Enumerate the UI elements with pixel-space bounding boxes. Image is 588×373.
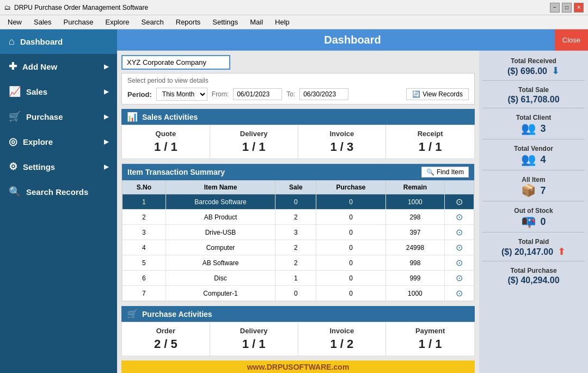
cell-arrow: ⊙: [445, 255, 474, 271]
purchase-delivery-label: Delivery: [212, 327, 296, 335]
menu-purchase[interactable]: Purchase: [58, 17, 99, 27]
left-panel: Select period to view details Period: Th…: [117, 51, 479, 373]
menu-explore[interactable]: Explore: [100, 17, 134, 27]
total-sale-label: Total Sale: [485, 86, 583, 94]
search-records-icon: 🔍: [9, 186, 21, 198]
stat-total-vendor: Total Vendor 👥 4: [482, 142, 585, 170]
total-client-row: 👥 3: [485, 121, 583, 136]
cell-remain: 1000: [385, 286, 444, 301]
cell-sale: 2: [275, 240, 316, 255]
cell-purchase: 0: [316, 286, 386, 301]
settings-icon: ⚙: [9, 161, 17, 173]
item-transaction-header: Item Transaction Summary 🔍 Find Item: [122, 164, 474, 180]
menubar: New Sales Purchase Explore Search Report…: [0, 15, 588, 29]
open-box-icon: 📭: [521, 215, 536, 229]
from-date-input[interactable]: [233, 88, 282, 100]
sidebar-label-add-new: Add New: [22, 62, 57, 71]
table-row[interactable]: 2 AB Product 2 0 298 ⊙: [122, 210, 474, 225]
cell-name: AB Software: [166, 255, 275, 271]
menu-reports[interactable]: Reports: [170, 17, 206, 27]
table-row[interactable]: 3 Drive-USB 3 0 397 ⊙: [122, 225, 474, 240]
item-transaction-section: Item Transaction Summary 🔍 Find Item S.N…: [121, 163, 475, 302]
search-icon: 🔍: [426, 168, 434, 176]
cell-sale: 2: [275, 255, 316, 271]
maximize-button[interactable]: □: [562, 3, 572, 13]
window-close-button[interactable]: ✕: [574, 3, 584, 13]
cell-arrow: ⊙: [445, 225, 474, 240]
menu-mail[interactable]: Mail: [244, 17, 268, 27]
cell-arrow: ⊙: [445, 210, 474, 225]
sidebar-label-sales: Sales: [26, 87, 47, 96]
find-item-label: Find Item: [437, 168, 464, 176]
menu-new[interactable]: New: [2, 17, 27, 27]
purchase-activities-title: Purchase Activities: [142, 310, 212, 319]
stat-all-item: All Item 📦 7: [482, 173, 585, 201]
menu-help[interactable]: Help: [270, 17, 295, 27]
minimize-button[interactable]: −: [550, 3, 560, 13]
titlebar-left: 🗂 DRPU Purchase Order Management Softwar…: [4, 4, 148, 11]
view-records-button[interactable]: 🔄 View Records: [406, 88, 469, 100]
client-group-icon: 👥: [521, 121, 536, 136]
menu-search[interactable]: Search: [136, 17, 169, 27]
company-input[interactable]: [121, 55, 230, 70]
cell-purchase: 0: [316, 255, 386, 271]
cell-sno: 4: [122, 240, 166, 255]
sidebar-item-add-new[interactable]: ✚ Add New ▶: [0, 54, 117, 79]
cell-arrow: ⊙: [445, 194, 474, 210]
cell-arrow: ⊙: [445, 271, 474, 286]
purchase-delivery-cell: Delivery 1 / 1: [210, 322, 298, 356]
sales-arrow: ▶: [104, 88, 108, 95]
period-select[interactable]: This Month Last Month This Year: [156, 88, 207, 101]
period-label: Period:: [127, 90, 152, 99]
sidebar-item-purchase[interactable]: 🛒 Purchase ▶: [0, 104, 117, 129]
cart-icon: 🛒: [127, 309, 138, 319]
menu-settings[interactable]: Settings: [207, 17, 243, 27]
purchase-arrow: ▶: [104, 113, 108, 120]
all-item-label: All Item: [485, 176, 583, 184]
cell-sno: 7: [122, 286, 166, 301]
purchase-invoice-cell: Invoice 1 / 2: [298, 322, 387, 356]
purchase-activities-grid: Order 2 / 5 Delivery 1 / 1 Invoice 1 / 2: [121, 322, 475, 356]
sidebar-item-settings[interactable]: ⚙ Settings ▶: [0, 154, 117, 179]
cell-name: Computer-1: [166, 286, 275, 301]
sales-quote-cell: Quote 1 / 1: [122, 125, 210, 158]
sidebar-item-dashboard[interactable]: ⌂ Dashboard: [0, 29, 117, 54]
purchase-payment-label: Payment: [388, 327, 472, 335]
dashboard-body: Select period to view details Period: Th…: [117, 51, 588, 373]
from-label: From:: [212, 90, 229, 98]
sidebar-item-sales[interactable]: 📈 Sales ▶: [0, 79, 117, 104]
sales-activities-title: Sales Activities: [142, 113, 198, 121]
period-controls: Period: This Month Last Month This Year …: [127, 88, 469, 101]
table-row[interactable]: 6 Disc 1 0 999 ⊙: [122, 271, 474, 286]
total-received-label: Total Received: [485, 57, 583, 65]
table-row[interactable]: 5 AB Software 2 0 998 ⊙: [122, 255, 474, 271]
view-records-label: View Records: [422, 90, 463, 98]
cell-remain: 298: [385, 210, 444, 225]
dashboard-icon: ⌂: [9, 36, 15, 47]
purchase-icon: 🛒: [9, 111, 21, 123]
add-new-arrow: ▶: [104, 63, 108, 70]
table-row[interactable]: 4 Computer 2 0 24998 ⊙: [122, 240, 474, 255]
cell-sale: 2: [275, 210, 316, 225]
menu-sales[interactable]: Sales: [28, 17, 57, 27]
cell-purchase: 0: [316, 240, 386, 255]
titlebar: 🗂 DRPU Purchase Order Management Softwar…: [0, 0, 588, 15]
sales-invoice-value: 1 / 3: [301, 140, 384, 154]
find-item-button[interactable]: 🔍 Find Item: [421, 167, 469, 178]
item-transaction-title: Item Transaction Summary: [127, 168, 225, 176]
out-of-stock-value: 0: [540, 216, 546, 228]
sidebar-item-explore[interactable]: ◎ Explore ▶: [0, 129, 117, 154]
sales-receipt-label: Receipt: [388, 130, 472, 138]
total-received-row: ($) 696.00 ⬇: [485, 65, 583, 77]
total-received-value: ($) 696.00: [507, 66, 547, 76]
company-selector: [121, 55, 475, 70]
close-button[interactable]: Close: [555, 29, 588, 51]
period-hint: Select period to view details: [127, 77, 209, 84]
to-date-input[interactable]: [299, 88, 348, 100]
table-row[interactable]: 7 Computer-1 0 0 1000 ⊙: [122, 286, 474, 301]
table-row[interactable]: 1 Barcode Software 0 0 1000 ⊙: [122, 194, 474, 210]
cell-name: Drive-USB: [166, 225, 275, 240]
cell-sno: 1: [122, 194, 166, 210]
sidebar-item-search-records[interactable]: 🔍 Search Records: [0, 179, 117, 204]
cell-purchase: 0: [316, 225, 386, 240]
